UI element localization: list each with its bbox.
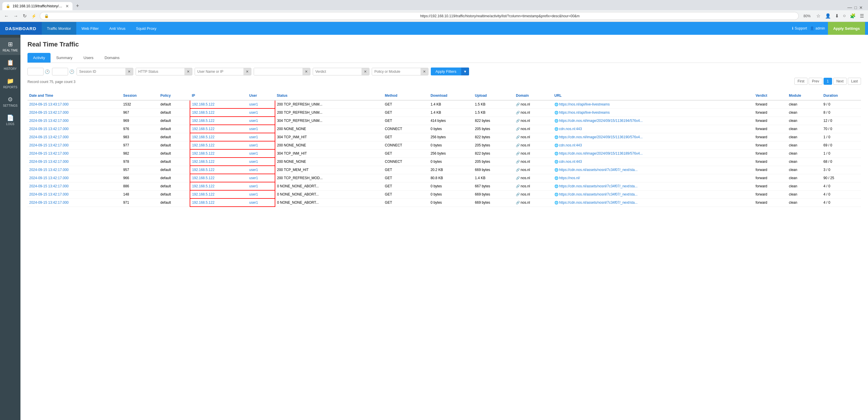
cell-url-link[interactable]: https://nos.nl/api/live-livestreams [559,102,610,107]
cell-datetime-link[interactable]: 2024-09-15 13:42:17.000 [29,192,69,197]
th-upload[interactable]: Upload [473,91,514,100]
cell-url-link[interactable]: cdn.nos.nl:443 [559,127,582,131]
page-current-button[interactable]: 1 [824,78,832,85]
cell-datetime[interactable]: 2024-09-15 13:42:17.000 [28,199,122,207]
time-end-field[interactable]: 23:59 [52,68,68,76]
cell-user[interactable]: user1 [248,174,275,182]
browser-minimize-icon[interactable]: — [847,5,852,10]
cell-ip[interactable]: 192.168.5.122 [190,174,248,182]
cell-datetime[interactable]: 2024-09-15 13:42:17.000 [28,182,122,190]
cell-datetime[interactable]: 2024-09-15 13:42:17.000 [28,125,122,133]
cell-url[interactable]: 🌐https://cdn.nos.nl/assets/nosnl/7c34f07… [553,166,754,174]
sidebar-item-settings[interactable]: ⚙ SETTINGS [0,93,21,110]
nav-traffic-monitor[interactable]: Traffic Monitor [42,22,76,35]
verdict-input[interactable] [313,68,362,75]
cell-ip-link[interactable]: 192.168.5.122 [192,102,215,107]
cell-url[interactable]: 🌐https://cdn.nos.nl/image/2024/09/15/113… [553,149,754,157]
cell-ip[interactable]: 192.168.5.122 [190,141,248,149]
cell-url-link[interactable]: https://cdn.nos.nl/assets/nosnl/7c34f07/… [559,201,638,205]
th-method[interactable]: Method [383,91,429,100]
th-url[interactable]: URL [553,91,754,100]
verdict-clear[interactable]: ✕ [362,68,369,75]
cell-url[interactable]: 🌐cdn.nos.nl:443 [553,157,754,166]
cell-datetime[interactable]: 2024-09-15 13:42:17.000 [28,109,122,117]
cell-ip-link[interactable]: 192.168.5.122 [192,151,215,155]
cell-ip[interactable]: 192.168.5.122 [190,149,248,157]
cell-datetime-link[interactable]: 2024-09-15 13:42:17.000 [29,176,69,180]
cell-user-link[interactable]: user1 [249,159,258,164]
new-tab-button[interactable]: + [74,2,82,10]
admin-button[interactable]: 👤 admin [810,26,825,30]
cell-url-link[interactable]: https://nos.nl/ [559,176,580,180]
th-status[interactable]: Status [275,91,383,100]
cell-url-link[interactable]: https://nos.nl/api/live-livestreams [559,111,610,115]
search-value-clear[interactable]: ✕ [303,68,310,75]
cell-datetime[interactable]: 2024-09-15 13:42:17.000 [28,117,122,125]
th-verdict[interactable]: Verdict [754,91,787,100]
cell-url-link[interactable]: https://cdn.nos.nl/image/2024/09/15/1136… [559,119,643,123]
cell-user[interactable]: user1 [248,157,275,166]
cell-user[interactable]: user1 [248,125,275,133]
browser-close-icon[interactable]: ✕ [859,5,863,10]
cell-datetime[interactable]: 2024-09-15 13:42:17.000 [28,141,122,149]
cell-url-link[interactable]: https://cdn.nos.nl/assets/nosnl/7c34f07/… [559,192,638,197]
cell-url-link[interactable]: cdn.nos.nl:443 [559,143,582,147]
th-policy[interactable]: Policy [159,91,190,100]
cell-user-link[interactable]: user1 [249,184,258,188]
sidebar-item-history[interactable]: 📋 HISTORY [0,56,21,73]
cell-user[interactable]: user1 [248,149,275,157]
cell-url[interactable]: 🌐cdn.nos.nl:443 [553,125,754,133]
cell-user[interactable]: user1 [248,182,275,190]
page-prev-button[interactable]: Prev [809,78,823,85]
cell-url-link[interactable]: https://cdn.nos.nl/assets/nosnl/7c34f07/… [559,184,638,188]
cell-ip-link[interactable]: 192.168.5.122 [192,184,215,188]
cell-user-link[interactable]: user1 [249,119,258,123]
apply-filters-button[interactable]: Apply Filters [431,67,461,76]
cell-ip-link[interactable]: 192.168.5.122 [192,201,215,205]
th-download[interactable]: Download [429,91,473,100]
account-icon[interactable]: ○ [842,12,847,20]
th-user[interactable]: User [248,91,275,100]
cell-ip-link[interactable]: 192.168.5.122 [192,176,215,180]
browser-maximize-icon[interactable]: □ [855,5,857,10]
cell-user[interactable]: user1 [248,100,275,109]
cell-datetime-link[interactable]: 2024-09-15 13:42:17.000 [29,119,69,123]
cell-datetime-link[interactable]: 2024-09-15 13:42:17.000 [29,184,69,188]
cell-url-link[interactable]: cdn.nos.nl:443 [559,159,582,164]
th-datetime[interactable]: Date and Time [28,91,122,100]
page-last-button[interactable]: Last [848,78,861,85]
cell-ip[interactable]: 192.168.5.122 [190,125,248,133]
tab-summary[interactable]: Summary [51,53,78,63]
cell-ip[interactable]: 192.168.5.122 [190,166,248,174]
extensions-icon[interactable]: 🧩 [849,12,857,20]
cell-user-link[interactable]: user1 [249,102,258,107]
cell-user[interactable]: user1 [248,166,275,174]
cell-url[interactable]: 🌐https://cdn.nos.nl/assets/nosnl/7c34f07… [553,190,754,199]
cell-ip-link[interactable]: 192.168.5.122 [192,119,215,123]
session-id-input[interactable] [77,68,125,75]
th-domain[interactable]: Domain [514,91,553,100]
user-name-ip-clear[interactable]: ✕ [243,68,251,75]
cell-user-link[interactable]: user1 [249,143,258,147]
bookmark-icon[interactable]: ☆ [815,12,822,20]
cell-url[interactable]: 🌐https://cdn.nos.nl/image/2024/09/15/113… [553,117,754,125]
cell-url[interactable]: 🌐https://nos.nl/ [553,174,754,182]
cell-user-link[interactable]: user1 [249,168,258,172]
cell-user-link[interactable]: user1 [249,201,258,205]
tab-close-icon[interactable]: ✕ [65,4,69,8]
th-ip[interactable]: IP [190,91,248,100]
cell-url-link[interactable]: https://cdn.nos.nl/assets/nosnl/7c34f07/… [559,168,638,172]
cell-datetime-link[interactable]: 2024-09-15 13:43:17.000 [29,102,69,107]
nav-anti-virus[interactable]: Anti Virus [104,22,131,35]
cell-user[interactable]: user1 [248,199,275,207]
extensions-button[interactable]: ⚡ [30,12,37,20]
cell-datetime-link[interactable]: 2024-09-15 13:42:17.000 [29,127,69,131]
menu-icon[interactable]: ☰ [859,12,865,20]
cell-ip-link[interactable]: 192.168.5.122 [192,111,215,115]
cell-url[interactable]: 🌐https://cdn.nos.nl/assets/nosnl/7c34f07… [553,182,754,190]
cell-ip-link[interactable]: 192.168.5.122 [192,192,215,197]
cell-ip-link[interactable]: 192.168.5.122 [192,127,215,131]
th-module[interactable]: Module [787,91,822,100]
cell-ip[interactable]: 192.168.5.122 [190,157,248,166]
download-icon[interactable]: ⬇ [834,12,840,20]
